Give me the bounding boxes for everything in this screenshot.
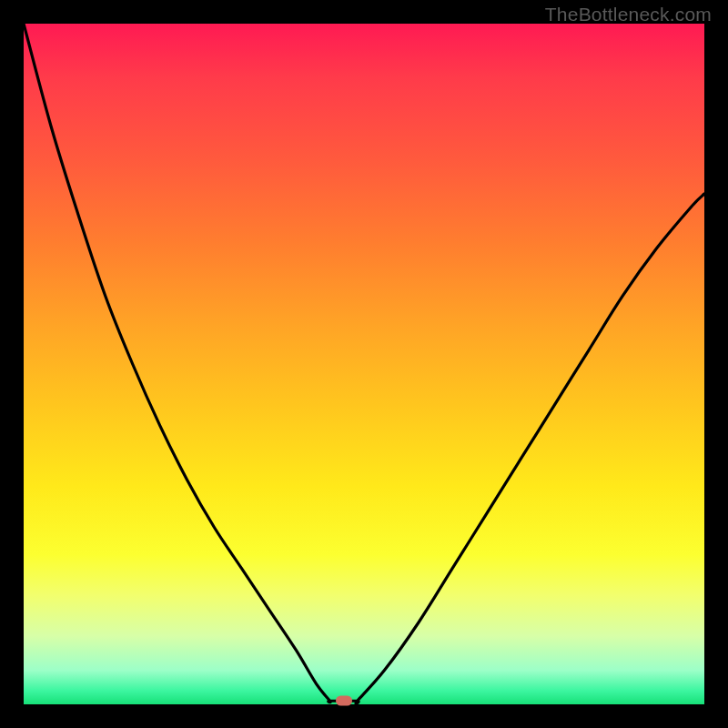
watermark-text: TheBottleneck.com: [545, 4, 712, 25]
curve-path: [24, 24, 704, 703]
plot-area: [24, 24, 704, 704]
chart-frame: TheBottleneck.com: [0, 0, 728, 728]
optimum-marker: [336, 696, 352, 706]
bottleneck-curve: [24, 24, 704, 704]
